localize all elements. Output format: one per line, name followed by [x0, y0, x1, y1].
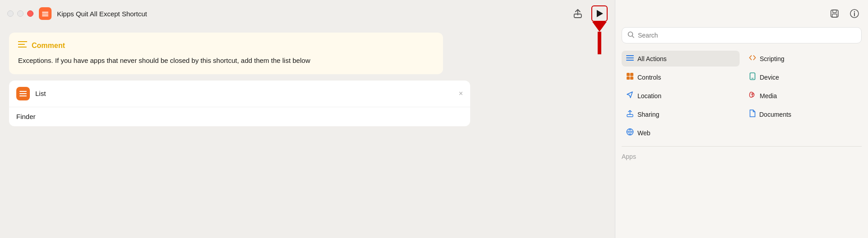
- action-label-all-actions: All Actions: [637, 55, 667, 62]
- svg-rect-11: [833, 10, 836, 13]
- close-button[interactable]: [27, 10, 33, 17]
- search-input[interactable]: [638, 32, 856, 39]
- action-item-scripting[interactable]: Scripting: [744, 51, 862, 67]
- svg-line-17: [632, 36, 634, 38]
- title-bar: Kipps Quit All Except Shortcut: [0, 0, 615, 27]
- action-item-controls[interactable]: Controls: [622, 69, 740, 85]
- list-body: Finder: [9, 107, 470, 126]
- media-icon: [749, 91, 756, 100]
- minimize-button[interactable]: [7, 10, 14, 17]
- arrow-annotation: [592, 22, 607, 54]
- list-icon: [626, 55, 634, 63]
- run-button-container: [591, 5, 608, 22]
- action-label-scripting: Scripting: [760, 55, 784, 62]
- action-label-controls: Controls: [637, 74, 661, 81]
- arrow-head: [592, 22, 607, 32]
- scripting-icon: [749, 54, 756, 63]
- window-controls: [7, 10, 33, 17]
- svg-rect-21: [627, 73, 630, 76]
- sidebar-top: [615, 0, 868, 27]
- comment-title: Comment: [32, 42, 65, 50]
- list-title: List: [35, 90, 453, 97]
- comment-header: Comment: [18, 41, 434, 50]
- sidebar-divider: [622, 146, 862, 147]
- list-close-button[interactable]: ×: [459, 90, 463, 98]
- svg-rect-24: [630, 76, 633, 80]
- action-item-media[interactable]: Media: [744, 88, 862, 104]
- action-label-media: Media: [760, 92, 777, 100]
- list-card: List × Finder: [9, 81, 470, 126]
- sharing-icon: [626, 109, 634, 119]
- action-item-sharing[interactable]: Sharing: [622, 106, 740, 122]
- svg-point-15: [854, 11, 855, 12]
- sidebar-save-button[interactable]: [828, 7, 841, 20]
- comment-icon: [18, 41, 27, 50]
- comment-body: Exceptions. If you have apps that never …: [18, 56, 434, 66]
- action-label-location: Location: [637, 92, 661, 100]
- action-item-device[interactable]: Device: [744, 69, 862, 85]
- list-item-finder: Finder: [16, 113, 36, 120]
- title-actions: [571, 5, 608, 22]
- controls-icon: [626, 72, 634, 82]
- svg-rect-12: [832, 14, 837, 17]
- main-panel: Kipps Quit All Except Shortcut: [0, 0, 615, 238]
- device-icon: [749, 72, 756, 82]
- shortcut-icon: [39, 7, 52, 20]
- search-icon: [627, 31, 634, 39]
- action-label-web: Web: [637, 129, 651, 137]
- actions-grid: All Actions Scripting Cont: [615, 49, 868, 146]
- list-icon: [16, 87, 30, 100]
- search-bar[interactable]: [622, 27, 862, 43]
- list-header: List ×: [9, 81, 470, 107]
- action-item-web[interactable]: Web: [622, 125, 740, 141]
- arrow-shaft: [598, 32, 601, 54]
- action-label-sharing: Sharing: [637, 111, 659, 118]
- comment-card: Comment Exceptions. If you have apps tha…: [9, 33, 443, 74]
- action-item-documents[interactable]: Documents: [744, 106, 862, 122]
- documents-icon: [749, 109, 756, 119]
- action-item-all-actions[interactable]: All Actions: [622, 51, 740, 67]
- action-item-location[interactable]: Location: [622, 88, 740, 104]
- run-button[interactable]: [591, 5, 608, 22]
- share-button[interactable]: [571, 7, 584, 20]
- right-sidebar: All Actions Scripting Cont: [615, 0, 868, 238]
- web-icon: [626, 128, 634, 138]
- location-icon: [626, 91, 634, 100]
- sidebar-info-button[interactable]: [848, 7, 861, 20]
- svg-rect-22: [630, 73, 633, 76]
- apps-section-label: Apps: [615, 151, 868, 163]
- content-area: Comment Exceptions. If you have apps tha…: [0, 27, 615, 238]
- play-icon: [597, 10, 603, 17]
- minimize-button2[interactable]: [17, 10, 24, 17]
- action-label-device: Device: [760, 74, 779, 81]
- svg-rect-23: [627, 76, 630, 80]
- window-title: Kipps Quit All Except Shortcut: [57, 10, 566, 18]
- action-label-documents: Documents: [760, 111, 792, 118]
